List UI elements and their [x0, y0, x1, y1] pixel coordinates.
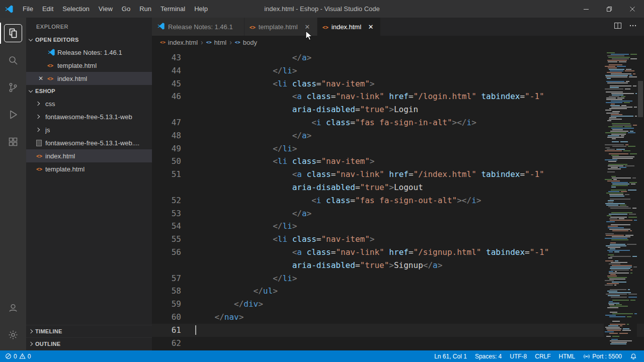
code-lines[interactable]: 43 </a>44 </li>45 <li class="nav-item">4…	[152, 49, 644, 349]
menu-go[interactable]: Go	[117, 0, 135, 18]
line-number[interactable]: 49	[152, 142, 181, 155]
run-debug-icon[interactable]	[0, 101, 26, 128]
line-number[interactable]: 43	[152, 51, 181, 64]
line-number[interactable]: 62	[152, 337, 181, 350]
tree-file[interactable]: <>template.html	[26, 162, 152, 175]
tree-file[interactable]: fontawesome-free-5.13.1-web....	[26, 136, 152, 149]
code-line[interactable]: 51 <a class="nav-link" href="/index.html…	[152, 168, 644, 181]
menu-terminal[interactable]: Terminal	[156, 0, 190, 18]
line-number[interactable]: 53	[152, 207, 181, 220]
line-number[interactable]: 47	[152, 116, 181, 129]
cursor-position[interactable]: Ln 61, Col 1	[430, 350, 471, 362]
code-line[interactable]: aria-disabled="true">Login	[152, 103, 644, 116]
language-mode[interactable]: HTML	[555, 350, 580, 362]
close-button[interactable]	[621, 0, 644, 18]
minimize-button[interactable]	[575, 0, 598, 18]
line-number[interactable]: 61	[152, 324, 181, 337]
more-actions-icon[interactable]	[629, 22, 637, 32]
code-line[interactable]: 56 <a class="nav-link" href="/signup.htm…	[152, 246, 644, 259]
code-line[interactable]: 61	[152, 324, 644, 337]
menu-view[interactable]: View	[94, 0, 117, 18]
account-icon[interactable]	[0, 294, 26, 321]
line-number[interactable]: 55	[152, 233, 181, 246]
code-line[interactable]: 49 </li>	[152, 142, 644, 155]
menu-run[interactable]: Run	[135, 0, 156, 18]
tab-close-icon[interactable]: ✕	[366, 23, 375, 31]
section-header-outline[interactable]: OUTLINE	[26, 338, 152, 350]
eol-setting[interactable]: CRLF	[531, 350, 554, 362]
indentation-setting[interactable]: Spaces: 4	[471, 350, 506, 362]
explorer-icon[interactable]	[0, 20, 26, 47]
section-header-timeline[interactable]: TIMELINE	[26, 325, 152, 338]
code-line[interactable]: 58 </ul>	[152, 285, 644, 298]
menu-selection[interactable]: Selection	[58, 0, 94, 18]
line-number[interactable]: 60	[152, 311, 181, 324]
menu-edit[interactable]: Edit	[38, 0, 58, 18]
code-line[interactable]: aria-disabled="true">Signup</a>	[152, 259, 644, 272]
code-line[interactable]: 43 </a>	[152, 51, 644, 64]
code-line[interactable]: 55 <li class="nav-item">	[152, 233, 644, 246]
line-number[interactable]: 50	[152, 155, 181, 168]
search-icon[interactable]	[0, 47, 26, 74]
tree-file[interactable]: <>index.html	[26, 149, 152, 162]
line-number[interactable]: 48	[152, 129, 181, 142]
encoding-setting[interactable]: UTF-8	[506, 350, 531, 362]
code-line[interactable]: 48 </a>	[152, 129, 644, 142]
split-editor-icon[interactable]	[614, 22, 622, 32]
restore-button[interactable]	[598, 0, 621, 18]
extensions-icon[interactable]	[0, 128, 26, 155]
menu-help[interactable]: Help	[190, 0, 212, 18]
tab-template-html[interactable]: <>template.html✕	[245, 18, 317, 36]
open-editors-header[interactable]: OPEN EDITORS	[26, 34, 152, 46]
vertical-scrollbar[interactable]	[637, 49, 644, 350]
line-number[interactable]: 52	[152, 194, 181, 207]
line-number[interactable]	[152, 259, 181, 272]
line-number[interactable]: 57	[152, 272, 181, 285]
code-line[interactable]: 59 </div>	[152, 298, 644, 311]
folder-header[interactable]: ESHOP	[26, 85, 152, 97]
code-line[interactable]: aria-disabled="true">Logout	[152, 181, 644, 194]
line-number[interactable]	[152, 181, 181, 194]
tree-folder[interactable]: fontawesome-free-5.13.1-web	[26, 110, 152, 123]
notifications-bell-icon[interactable]	[626, 350, 641, 362]
code-line[interactable]: 57 </li>	[152, 272, 644, 285]
code-line[interactable]: 46 <a class="nav-link" href="/login.html…	[152, 90, 644, 103]
breadcrumb-item[interactable]: <>html	[206, 39, 226, 46]
line-number[interactable]: 59	[152, 298, 181, 311]
code-line[interactable]: 50 <li class="nav-item">	[152, 155, 644, 168]
code-line[interactable]: 62	[152, 337, 644, 350]
line-number[interactable]: 51	[152, 168, 181, 181]
code-line[interactable]: 54 </li>	[152, 220, 644, 233]
source-control-icon[interactable]	[0, 74, 26, 101]
line-number[interactable]: 54	[152, 220, 181, 233]
scrollbar-thumb[interactable]	[638, 81, 643, 117]
line-number[interactable]: 45	[152, 77, 181, 90]
close-icon[interactable]: ✕	[38, 75, 47, 82]
breadcrumb-item[interactable]: <>body	[235, 39, 257, 46]
tree-folder[interactable]: js	[26, 123, 152, 136]
tree-folder[interactable]: css	[26, 97, 152, 110]
line-number[interactable]	[152, 103, 181, 116]
code-line[interactable]: 52 <i class="fas fa-sign-out-alt"></i>	[152, 194, 644, 207]
menu-file[interactable]: File	[18, 0, 38, 18]
tab-release-notes-1-46-1[interactable]: Release Notes: 1.46.1	[152, 18, 245, 36]
code-line[interactable]: 47 <i class="fas fa-sign-in-alt"></i>	[152, 116, 644, 129]
minimap[interactable]	[604, 49, 637, 350]
code-line[interactable]: 60 </nav>	[152, 311, 644, 324]
open-editor-item[interactable]: ✕<>index.html	[26, 72, 152, 85]
problems-indicator[interactable]: 0 0	[1, 350, 35, 362]
line-number[interactable]: 44	[152, 64, 181, 77]
settings-icon[interactable]	[0, 321, 26, 348]
open-editor-item[interactable]: Release Notes: 1.46.1	[26, 46, 152, 59]
code-line[interactable]: 53 </a>	[152, 207, 644, 220]
code-line[interactable]: 45 <li class="nav-item">	[152, 77, 644, 90]
tab-index-html[interactable]: <>index.html✕	[317, 18, 381, 36]
breadcrumb-item[interactable]: <>index.html	[160, 39, 198, 46]
line-number[interactable]: 46	[152, 90, 181, 103]
live-server-port[interactable]: Port : 5500	[579, 350, 626, 362]
line-number[interactable]: 56	[152, 246, 181, 259]
line-number[interactable]: 58	[152, 285, 181, 298]
open-editor-item[interactable]: <>template.html	[26, 59, 152, 72]
tab-close-icon[interactable]: ✕	[303, 23, 312, 31]
code-line[interactable]: 44 </li>	[152, 64, 644, 77]
